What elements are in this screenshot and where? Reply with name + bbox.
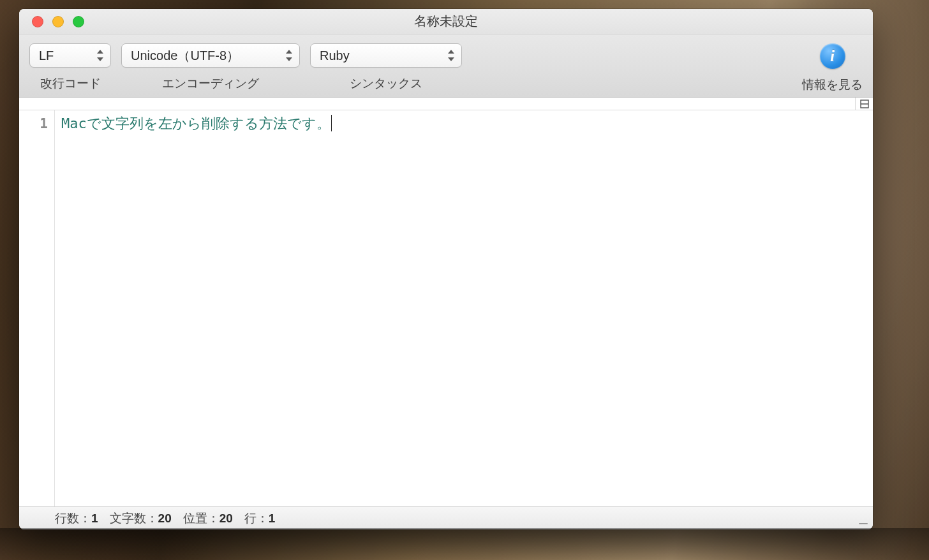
resize-grip-icon[interactable]	[859, 523, 868, 524]
info-label: 情報を見る	[802, 77, 863, 93]
toolbar: LF 改行コード Unicode（UTF-8） エンコーディング Ruby シン…	[19, 34, 873, 98]
status-line-value: 1	[269, 512, 276, 525]
syntax-group: Ruby シンタックス	[310, 43, 462, 92]
syntax-select[interactable]: Ruby	[310, 43, 462, 68]
syntax-label: シンタックス	[350, 75, 422, 92]
chevron-up-down-icon	[96, 50, 104, 61]
status-chars: 文字数：20	[110, 510, 172, 527]
encoding-value: Unicode（UTF-8）	[131, 47, 239, 64]
minimize-icon[interactable]	[52, 16, 64, 27]
status-lines-value: 1	[91, 512, 98, 525]
encoding-group: Unicode（UTF-8） エンコーディング	[121, 43, 300, 92]
info-button[interactable]: i	[820, 43, 845, 69]
line-endings-group: LF 改行コード	[29, 43, 111, 92]
window-controls	[19, 16, 84, 27]
status-position-label: 位置：	[183, 512, 219, 525]
close-icon[interactable]	[32, 16, 43, 27]
split-view-icon	[860, 99, 869, 108]
status-chars-value: 20	[158, 512, 172, 525]
editor-window: 名称未設定 LF 改行コード Unicode（UTF-8） エンコーディング R…	[19, 9, 873, 529]
chevron-up-down-icon	[285, 50, 293, 61]
split-view-toggle[interactable]	[855, 98, 873, 110]
code-text: Macで文字列を左から削除する方法です。	[61, 115, 331, 131]
titlebar[interactable]: 名称未設定	[19, 9, 873, 34]
encoding-label: エンコーディング	[162, 75, 259, 92]
ruler-spacer	[19, 98, 855, 110]
window-title: 名称未設定	[414, 13, 478, 30]
encoding-select[interactable]: Unicode（UTF-8）	[121, 43, 300, 68]
line-number: 1	[19, 114, 54, 133]
editor-area: 1 Macで文字列を左から削除する方法です。	[19, 110, 873, 506]
status-line-label: 行：	[244, 512, 269, 525]
code-text-area[interactable]: Macで文字列を左から削除する方法です。	[55, 110, 873, 506]
line-endings-select[interactable]: LF	[29, 43, 111, 68]
line-endings-value: LF	[39, 48, 54, 63]
status-line: 行：1	[244, 510, 276, 527]
status-position: 位置：20	[183, 510, 233, 527]
syntax-value: Ruby	[320, 48, 350, 63]
status-position-value: 20	[219, 512, 233, 525]
info-group: i 情報を見る	[802, 43, 863, 93]
chevron-up-down-icon	[447, 50, 455, 61]
zoom-icon[interactable]	[73, 16, 84, 27]
status-lines: 行数：1	[55, 510, 98, 527]
statusbar: 行数：1 文字数：20 位置：20 行：1	[19, 506, 873, 529]
code-line: Macで文字列を左から削除する方法です。	[61, 114, 866, 133]
text-caret	[331, 115, 332, 131]
ruler-bar	[19, 98, 873, 110]
line-endings-label: 改行コード	[40, 75, 101, 92]
line-number-gutter: 1	[19, 110, 55, 506]
status-chars-label: 文字数：	[110, 512, 158, 525]
info-icon: i	[830, 47, 835, 66]
status-lines-label: 行数：	[55, 512, 91, 525]
